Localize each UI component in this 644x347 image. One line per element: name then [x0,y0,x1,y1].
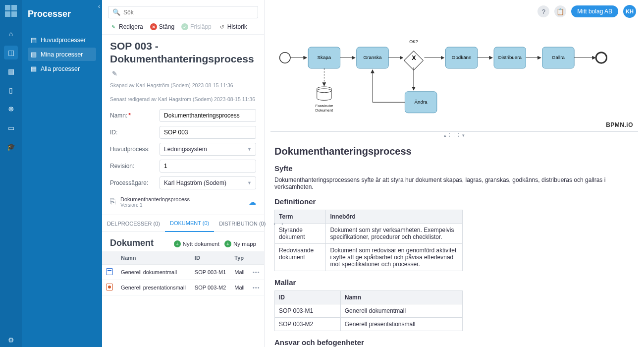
svg-point-0 [280,53,290,63]
doc-file-icon [106,268,113,275]
rail-book-icon[interactable]: ▯ [4,83,18,97]
definitions-table: TermInnebörd Styrande dokumentDokument s… [274,210,463,271]
svg-text:Skapa: Skapa [318,55,331,60]
pencil-icon: ✎ [110,23,117,30]
svg-text:Granska: Granska [364,55,382,60]
tabs-next-icon[interactable]: › [278,221,286,227]
name-input[interactable] [160,109,256,122]
svg-text:Focalcube: Focalcube [315,104,333,108]
bpmn-logo: BPMN.iO [606,121,633,128]
rail-card-icon[interactable]: ▭ [4,121,18,135]
user-avatar[interactable]: KH [623,5,636,18]
nav-item-alla-processer[interactable]: ▤ Alla processer [28,62,96,75]
new-folder-button[interactable]: +Ny mapp [224,240,256,247]
chevron-down-icon: ▼ [247,180,252,185]
table-row: SOP 003-M1Generell dokumentmall [275,304,463,318]
rev-label: Revision: [110,163,156,170]
svg-text:Godkänn: Godkänn [452,55,472,60]
attached-file: ⎘ Dokumenthanteringsprocess Version: 1 ☁ [110,196,256,208]
main-area: ? 📋 Mitt bolag AB KH [265,0,644,347]
ppt-file-icon [106,284,113,290]
check-icon: ✓ [181,23,188,30]
attach-version: Version: 1 [120,202,190,208]
topbar: ? 📋 Mitt bolag AB KH [265,0,644,23]
tab-dokument[interactable]: DOKUMENT (0) [165,215,214,232]
icon-rail: ⌂ ◫ ▤ ▯ ☸ ▭ 🎓 ⚙ [0,0,22,347]
id-input[interactable] [160,126,256,139]
plus-icon: + [174,240,181,247]
rail-processes-icon[interactable]: ◫ [4,46,18,59]
ansvar-heading: Ansvar och befogenheter [274,338,634,347]
tab-distribution[interactable]: DISTRIBUTION (0) [214,216,270,231]
search-input[interactable] [123,9,254,16]
row-more-icon[interactable]: ••• [249,265,264,280]
rail-learn-icon[interactable]: ☸ [4,102,18,116]
rev-input[interactable] [160,160,256,173]
table-row[interactable]: Generell presentationsmallSOP 003-M2Mall… [102,280,264,295]
svg-text:OK?: OK? [409,39,418,44]
editor-toolbar: ✎Redigera ✕Stäng ✓Frisläpp ↺Historik [102,21,264,35]
new-document-button[interactable]: +Nytt dokument [174,240,219,247]
help-icon[interactable]: ? [537,5,549,17]
pane-splitter[interactable]: ▴ ⋮⋮⋮ ▾ [265,132,644,139]
mall-heading: Mallar [274,278,634,287]
cloud-download-icon[interactable]: ☁ [249,198,256,207]
documents-table: Namn ID Typ Generell dokumentmallSOP 003… [102,251,264,295]
rename-icon[interactable]: ✎ [112,70,117,77]
svg-text:Ändra: Ändra [415,99,428,105]
release-button[interactable]: ✓Frisläpp [181,23,212,30]
table-row: Styrande dokumentDokument som styr verks… [275,224,463,244]
table-row: SOP 003-M2Generell presentationsmall [275,318,463,331]
chevron-down-icon: ▼ [247,147,252,152]
svg-text:X: X [412,55,416,61]
rail-library-icon[interactable]: ▤ [4,64,18,78]
svg-text:Gallra: Gallra [552,55,565,60]
table-row: Redovisande dokumentDokument som redovis… [275,244,463,271]
history-button[interactable]: ↺Historik [218,23,247,30]
syfte-heading: Syfte [274,164,634,173]
syfte-text: Dokumenthanteringsprocessens syfte är at… [274,176,634,190]
nav-panel: ‹ Processer ▤ Huvudprocesser ▤ Mina proc… [22,0,102,347]
row-more-icon[interactable]: ••• [249,280,264,295]
table-row[interactable]: Generell dokumentmallSOP 003-M1Mall••• [102,265,264,280]
owner-select[interactable]: Karl Hagström (Sodem)▼ [160,176,256,189]
owner-label: Processägare: [110,179,156,186]
rail-grad-icon[interactable]: 🎓 [4,140,18,154]
id-label: ID: [110,129,156,136]
collapse-nav-icon[interactable]: ‹ [98,3,100,10]
edited-meta: Senast redigerad av Karl Hagström (Sodem… [110,96,256,104]
clipboard-icon[interactable]: 📋 [554,5,566,17]
tab-delprocesser[interactable]: DELPROCESSER (0) [102,216,165,231]
attach-name: Dokumenthanteringsprocess [120,196,190,202]
file-icon: ⎘ [110,197,115,207]
main-label: Huvudprocess: [110,146,156,153]
nav-title: Processer [28,9,96,19]
company-chip[interactable]: Mitt bolag AB [571,5,618,17]
search-box[interactable]: 🔍 [108,6,258,18]
svg-text:Dokument: Dokument [316,108,333,113]
svg-point-23 [596,53,606,63]
col-type: Typ [230,251,249,265]
history-icon: ↺ [218,23,225,30]
close-button[interactable]: ✕Stäng [150,23,174,30]
main-select[interactable]: Ledningssystem▼ [160,143,256,156]
def-heading: Definitioner [274,197,634,206]
plus-icon: + [224,240,231,247]
nav-item-mina-processer[interactable]: ▤ Mina processer [28,48,96,61]
templates-table: IDNamn SOP 003-M1Generell dokumentmallSO… [274,290,463,331]
rail-settings-icon[interactable]: ⚙ [4,333,18,347]
created-meta: Skapad av Karl Hagström (Sodem) 2023-08-… [110,82,256,90]
close-icon: ✕ [150,23,157,30]
nav-item-huvudprocesser[interactable]: ▤ Huvudprocesser [28,33,96,47]
detail-tabs: DELPROCESSER (0) DOKUMENT (0) DISTRIBUTI… [102,215,264,232]
app-logo [5,5,17,17]
col-name: Namn [117,251,191,265]
svg-text:Distribuera: Distribuera [498,55,522,60]
col-id: ID [191,251,230,265]
rail-home-icon[interactable]: ⌂ [4,27,18,41]
bpmn-canvas[interactable]: Skapa Granska Godkänn Distribuera Gallra… [270,23,638,132]
form-column: 🔍 ✎Redigera ✕Stäng ✓Frisläpp ↺Historik S… [102,0,265,347]
tabs-prev-icon[interactable]: ‹ [270,221,278,227]
name-label: Namn:* [110,112,156,119]
edit-button[interactable]: ✎Redigera [110,23,143,30]
